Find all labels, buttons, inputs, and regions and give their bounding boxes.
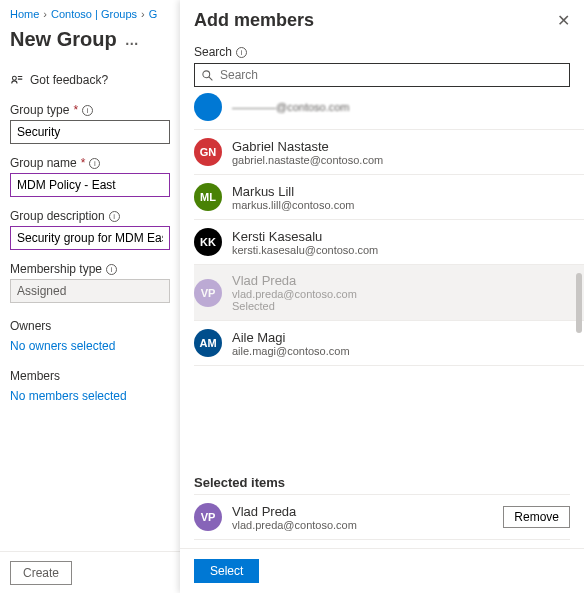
person-name: Markus Lill — [232, 184, 354, 199]
membership-type-input[interactable]: Assigned — [10, 279, 170, 303]
owners-empty-link[interactable]: No owners selected — [10, 339, 170, 353]
owners-label: Owners — [10, 319, 170, 333]
list-item[interactable]: GN Gabriel Nastaste gabriel.nastaste@con… — [194, 130, 584, 175]
avatar: VP — [194, 279, 222, 307]
person-email: vlad.preda@contoso.com — [232, 519, 357, 531]
flyout-title: Add members — [194, 10, 314, 31]
new-group-form: Home › Contoso | Groups › G New Group … … — [0, 0, 180, 593]
person-email: vlad.preda@contoso.com — [232, 288, 357, 300]
person-name: Kersti Kasesalu — [232, 229, 378, 244]
person-name: Vlad Preda — [232, 273, 357, 288]
page-title-text: New Group — [10, 28, 117, 51]
person-name: Aile Magi — [232, 330, 350, 345]
selected-tag: Selected — [232, 300, 357, 312]
search-icon — [201, 69, 214, 82]
feedback-icon — [10, 73, 24, 87]
breadcrumb-truncated[interactable]: G — [149, 8, 158, 20]
results-list[interactable]: ————@contoso.com GN Gabriel Nastaste gab… — [180, 93, 584, 469]
select-button[interactable]: Select — [194, 559, 259, 583]
person-email: kersti.kasesalu@contoso.com — [232, 244, 378, 256]
search-block: Search i — [180, 35, 584, 93]
page-title: New Group … — [10, 28, 170, 51]
scrollbar-thumb[interactable] — [576, 273, 582, 333]
person-email: markus.lill@contoso.com — [232, 199, 354, 211]
selected-items-heading: Selected items — [194, 475, 570, 490]
form-footer: Create — [0, 551, 180, 593]
info-icon[interactable]: i — [236, 47, 247, 58]
group-name-input[interactable] — [10, 173, 170, 197]
avatar: GN — [194, 138, 222, 166]
group-type-label: Group type — [10, 103, 69, 117]
required-indicator: * — [81, 156, 86, 170]
group-type-field: Group type * i — [10, 103, 170, 144]
avatar: AM — [194, 329, 222, 357]
required-indicator: * — [73, 103, 78, 117]
svg-point-0 — [12, 76, 16, 80]
info-icon[interactable]: i — [109, 211, 120, 222]
group-description-field: Group description i — [10, 209, 170, 250]
svg-line-2 — [209, 77, 212, 80]
selected-items-section: Selected items VP Vlad Preda vlad.preda@… — [180, 469, 584, 540]
add-members-panel: Add members ✕ Search i ————@contoso.com … — [180, 0, 584, 593]
search-input[interactable] — [220, 68, 563, 82]
group-description-label: Group description — [10, 209, 105, 223]
avatar: ML — [194, 183, 222, 211]
list-item[interactable]: AM Aile Magi aile.magi@contoso.com — [194, 321, 584, 366]
list-item[interactable]: KK Kersti Kasesalu kersti.kasesalu@conto… — [194, 220, 584, 265]
more-icon[interactable]: … — [125, 32, 139, 48]
svg-point-1 — [203, 70, 210, 77]
list-item-selected[interactable]: VP Vlad Preda vlad.preda@contoso.com Sel… — [194, 265, 584, 321]
members-label: Members — [10, 369, 170, 383]
remove-button[interactable]: Remove — [503, 506, 570, 528]
membership-type-field: Membership type i Assigned — [10, 262, 170, 303]
chevron-right-icon: › — [141, 8, 145, 20]
avatar: VP — [194, 503, 222, 531]
info-icon[interactable]: i — [106, 264, 117, 275]
members-empty-link[interactable]: No members selected — [10, 389, 170, 403]
breadcrumb-contoso-groups[interactable]: Contoso | Groups — [51, 8, 137, 20]
flyout-footer: Select — [180, 548, 584, 593]
person-email: gabriel.nastaste@contoso.com — [232, 154, 383, 166]
avatar — [194, 93, 222, 121]
close-icon[interactable]: ✕ — [557, 11, 570, 30]
list-item[interactable]: ————@contoso.com — [194, 93, 584, 130]
person-email: ————@contoso.com — [232, 101, 350, 113]
info-icon[interactable]: i — [89, 158, 100, 169]
list-item[interactable]: ML Markus Lill markus.lill@contoso.com — [194, 175, 584, 220]
chevron-right-icon: › — [43, 8, 47, 20]
person-name: Gabriel Nastaste — [232, 139, 383, 154]
search-label: Search — [194, 45, 232, 59]
group-description-input[interactable] — [10, 226, 170, 250]
selected-item-row: VP Vlad Preda vlad.preda@contoso.com Rem… — [194, 494, 570, 540]
person-name: Vlad Preda — [232, 504, 357, 519]
search-input-wrap[interactable] — [194, 63, 570, 87]
group-name-label: Group name — [10, 156, 77, 170]
avatar: KK — [194, 228, 222, 256]
breadcrumb: Home › Contoso | Groups › G — [10, 8, 170, 20]
group-type-input[interactable] — [10, 120, 170, 144]
feedback-label: Got feedback? — [30, 73, 108, 87]
create-button[interactable]: Create — [10, 561, 72, 585]
person-email: aile.magi@contoso.com — [232, 345, 350, 357]
feedback-link[interactable]: Got feedback? — [10, 73, 170, 87]
breadcrumb-home[interactable]: Home — [10, 8, 39, 20]
info-icon[interactable]: i — [82, 105, 93, 116]
group-name-field: Group name * i — [10, 156, 170, 197]
membership-type-label: Membership type — [10, 262, 102, 276]
